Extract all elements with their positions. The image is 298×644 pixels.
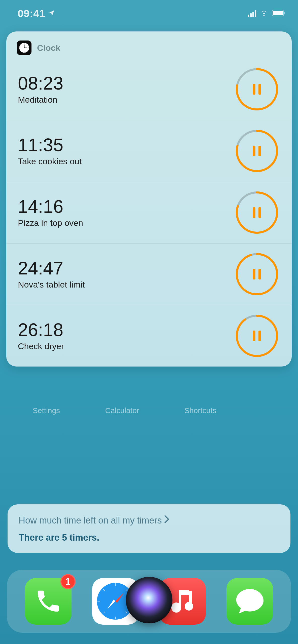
notification-badge: 1 — [60, 574, 76, 589]
wifi-icon — [260, 10, 268, 17]
timer-time: 14:16 — [18, 197, 83, 216]
timer-info: 08:23 Meditation — [18, 74, 63, 105]
timer-label: Take cookies out — [18, 156, 82, 166]
clock-timers-card[interactable]: Clock 08:23 Meditation 11:35 Take cookie… — [6, 31, 292, 367]
timer-list: 08:23 Meditation 11:35 Take cookies out … — [6, 63, 292, 367]
siri-query-row[interactable]: How much time left on all my timers — [19, 515, 279, 526]
status-left: 09:41 — [18, 8, 55, 20]
bg-app-label: Settings — [33, 406, 60, 415]
pause-button[interactable] — [235, 68, 279, 111]
timer-time: 24:47 — [18, 259, 85, 277]
timer-row[interactable]: 24:47 Nova's tablet limit — [6, 243, 292, 305]
siri-answer-text: There are 5 timers. — [19, 532, 279, 543]
timer-time: 08:23 — [18, 74, 63, 92]
location-arrow-icon — [48, 10, 55, 18]
siri-response-card[interactable]: How much time left on all my timers Ther… — [8, 504, 290, 553]
clock-app-icon — [17, 41, 31, 55]
card-header: Clock — [6, 39, 292, 63]
timer-info: 14:16 Pizza in top oven — [18, 197, 83, 228]
timer-info: 24:47 Nova's tablet limit — [18, 259, 85, 290]
background-app-labels: Settings Calculator Shortcuts x — [0, 406, 298, 415]
timer-label: Check dryer — [18, 341, 64, 351]
app-title: Clock — [37, 43, 60, 53]
timer-info: 26:18 Check dryer — [18, 321, 64, 351]
timer-row[interactable]: 14:16 Pizza in top oven — [6, 182, 292, 243]
timer-row[interactable]: 11:35 Take cookies out — [6, 120, 292, 182]
phone-app-icon[interactable]: 1 — [25, 578, 72, 625]
pause-button[interactable] — [235, 253, 279, 296]
pause-icon — [235, 191, 279, 234]
cellular-signal-icon — [248, 10, 256, 17]
timer-time: 26:18 — [18, 321, 64, 339]
bg-app-label: Calculator — [105, 406, 139, 415]
timer-time: 11:35 — [18, 136, 82, 154]
status-time: 09:41 — [18, 8, 45, 20]
timer-row[interactable]: 26:18 Check dryer — [6, 305, 292, 367]
svg-rect-1 — [273, 11, 283, 15]
siri-orb-icon[interactable] — [126, 577, 172, 623]
timer-label: Pizza in top oven — [18, 218, 83, 228]
svg-rect-35 — [189, 591, 192, 606]
siri-query-text: How much time left on all my timers — [19, 515, 162, 526]
timer-row[interactable]: 08:23 Meditation — [6, 63, 292, 120]
status-right — [248, 10, 285, 17]
timer-label: Meditation — [18, 95, 63, 105]
pause-button[interactable] — [235, 314, 279, 357]
pause-icon — [235, 314, 279, 357]
pause-icon — [235, 129, 279, 173]
svg-point-11 — [24, 47, 25, 48]
timer-info: 11:35 Take cookies out — [18, 136, 82, 166]
bg-app-label: Shortcuts — [184, 406, 216, 415]
chevron-right-icon — [164, 515, 170, 526]
svg-rect-2 — [284, 12, 285, 14]
pause-button[interactable] — [235, 191, 279, 234]
messages-app-icon[interactable] — [226, 578, 273, 625]
pause-button[interactable] — [235, 129, 279, 173]
pause-icon — [235, 68, 279, 111]
status-bar: 09:41 — [0, 0, 298, 23]
pause-icon — [235, 253, 279, 296]
timer-label: Nova's tablet limit — [18, 280, 85, 290]
battery-icon — [272, 10, 285, 17]
